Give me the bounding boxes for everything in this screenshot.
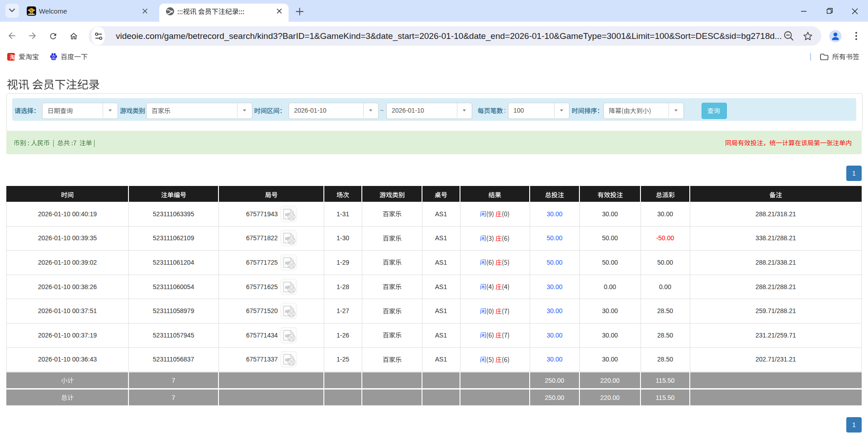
svg-text:du: du	[52, 57, 56, 60]
